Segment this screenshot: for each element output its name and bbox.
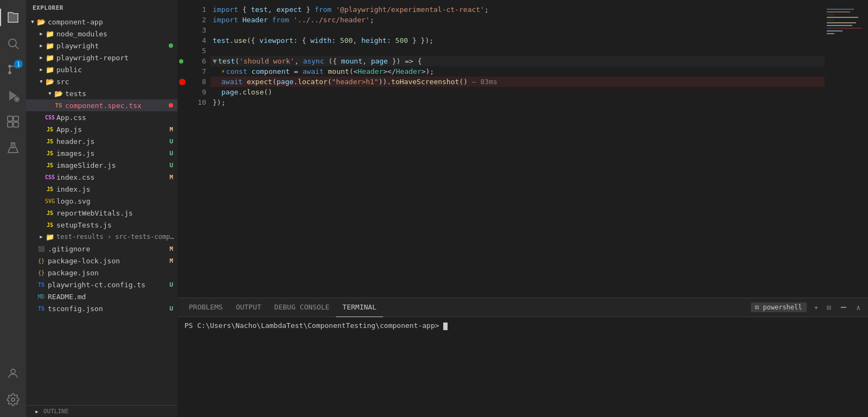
powershell-icon: ⊡ xyxy=(755,304,759,311)
tree-item-index-js[interactable]: JS index.js xyxy=(26,183,177,195)
tree-item-playwright[interactable]: 📁 playwright xyxy=(26,40,177,52)
setuptests-label: setupTests.js xyxy=(56,221,177,229)
playwright-config-badge: U xyxy=(169,281,173,288)
settings-icon[interactable] xyxy=(0,387,26,413)
line6-dot xyxy=(179,59,183,64)
code-line-4: test . use ({ viewport : { width : 500 ,… xyxy=(210,35,825,46)
tree-item-app-css[interactable]: CSS App.css xyxy=(26,111,177,123)
code-editor: 1 2 3 4 5 6 7 8 xyxy=(178,0,868,298)
chevron-tests xyxy=(46,89,54,98)
tree-item-tests[interactable]: 📂 tests xyxy=(26,87,177,99)
outline-section[interactable]: OUTLINE xyxy=(26,405,177,417)
code-line-9: page . close () xyxy=(210,87,825,97)
tree-item-package-json[interactable]: {} package.json xyxy=(26,267,177,279)
line-num-1: 1 xyxy=(178,4,210,15)
tree-item-node-modules[interactable]: 📁 node_modules xyxy=(26,28,177,40)
explorer-icon[interactable] xyxy=(0,4,26,30)
minimap-line xyxy=(827,20,834,21)
header-js-badge: U xyxy=(169,138,173,145)
tree-item-playwright-config[interactable]: TS playwright-ct.config.ts U xyxy=(26,279,177,290)
kill-terminal-button[interactable] xyxy=(837,302,851,312)
terminal-content[interactable]: PS C:\Users\Nacho\LambdaTest\ComponentTe… xyxy=(178,317,868,417)
code-line-2: import Header from '../../src/header' ; xyxy=(210,15,825,25)
tree-item-gitignore[interactable]: ⬛ .gitignore M xyxy=(26,243,177,255)
tree-item-readme[interactable]: MD README.md xyxy=(26,290,177,302)
public-label: public xyxy=(56,66,177,74)
playwright-folder-icon: 📁 xyxy=(46,41,54,50)
source-control-icon[interactable]: 1 xyxy=(0,56,26,83)
tab-debug-console[interactable]: DEBUG CONSOLE xyxy=(268,298,336,317)
minimap-line xyxy=(827,33,834,34)
accounts-icon[interactable] xyxy=(0,361,26,387)
code-line-10: }); xyxy=(210,97,825,108)
terminal-cursor xyxy=(443,323,448,330)
tree-item-tsconfig[interactable]: TS tsconfig.json U xyxy=(26,302,177,314)
playwright-config-label: playwright-ct.config.ts xyxy=(48,281,169,289)
app-css-label: App.css xyxy=(56,113,177,122)
tree-item-playwright-report[interactable]: 📁 playwright-report xyxy=(26,52,177,64)
playwright-status-dot xyxy=(169,43,173,48)
folder-icon: 📁 xyxy=(46,29,54,38)
chevron-playwright xyxy=(37,41,46,50)
code-line-5 xyxy=(210,46,825,56)
tree-item-setuptests[interactable]: JS setupTests.js xyxy=(26,219,177,231)
maximize-panel-button[interactable]: ∧ xyxy=(853,302,864,313)
tab-terminal[interactable]: TERMINAL xyxy=(336,298,383,317)
line8-breakpoint xyxy=(179,79,186,85)
tab-problems[interactable]: PROBLEMS xyxy=(182,298,229,317)
test-results-label: test-results › src-tests-component.spec.… xyxy=(56,233,177,241)
tree-item-component-spec[interactable]: TS component.spec.tsx xyxy=(26,99,177,111)
logo-svg-icon: SVG xyxy=(46,197,54,205)
extensions-icon[interactable] xyxy=(0,109,26,135)
svg-point-14 xyxy=(11,398,15,401)
testing-icon[interactable] xyxy=(0,135,26,161)
tree-item-app-js[interactable]: JS App.js M xyxy=(26,123,177,135)
tree-item-reportwebvitals[interactable]: JS reportWebVitals.js xyxy=(26,207,177,219)
tree-item-imageslider-js[interactable]: JS imageSlider.js U xyxy=(26,159,177,171)
images-js-label: images.js xyxy=(56,149,169,157)
images-js-icon: JS xyxy=(46,149,54,157)
line-num-10: 10 xyxy=(178,97,210,108)
tree-item-package-lock[interactable]: {} package-lock.json M xyxy=(26,255,177,267)
playwright-config-icon: TS xyxy=(37,280,46,289)
tree-item-images-js[interactable]: JS images.js U xyxy=(26,147,177,159)
minimap-line xyxy=(827,9,854,10)
split-terminal-button[interactable]: ⊟ xyxy=(824,302,834,313)
svg-rect-10 xyxy=(8,122,12,127)
tree-item-header-js[interactable]: JS header.js U xyxy=(26,135,177,147)
search-icon[interactable] xyxy=(0,30,26,56)
code-line-8: await expect ( page . locator ( "header>… xyxy=(210,77,825,87)
tests-label: tests xyxy=(65,90,177,98)
tab-debug-console-label: DEBUG CONSOLE xyxy=(275,303,330,311)
header-js-icon: JS xyxy=(46,137,54,146)
new-terminal-button[interactable]: + xyxy=(811,302,822,313)
powershell-text: powershell xyxy=(763,304,802,311)
playwright-report-folder-icon: 📁 xyxy=(46,53,54,62)
tree-item-test-results[interactable]: 📁 test-results › src-tests-component.spe… xyxy=(26,231,177,243)
chevron-node-modules xyxy=(37,29,46,38)
svg-rect-9 xyxy=(14,116,18,121)
line-num-9: 9 xyxy=(178,87,210,97)
tree-item-src[interactable]: 📂 src xyxy=(26,75,177,87)
images-js-badge: U xyxy=(169,150,173,157)
svg-point-13 xyxy=(11,369,15,374)
code-line-1: import { test , expect } from '@playwrig… xyxy=(210,4,825,15)
tab-output[interactable]: OUTPUT xyxy=(229,298,268,317)
minimap xyxy=(825,4,868,293)
svg-rect-8 xyxy=(8,116,12,121)
app-js-badge: M xyxy=(169,126,173,133)
terminal-actions: ⊡ powershell + ⊟ ∧ xyxy=(751,302,864,313)
chevron-component-app xyxy=(28,17,37,26)
chevron-test-results xyxy=(37,232,46,241)
tree-item-component-app[interactable]: 📂 component-app xyxy=(26,16,177,28)
node-modules-label: node_modules xyxy=(56,30,177,38)
run-debug-icon[interactable] xyxy=(0,83,26,109)
main-content: 1 2 3 4 5 6 7 8 xyxy=(178,0,868,417)
app-js-icon: JS xyxy=(46,125,54,134)
src-label: src xyxy=(56,78,177,86)
tree-item-logo-svg[interactable]: SVG logo.svg xyxy=(26,195,177,207)
tree-item-public[interactable]: 📁 public xyxy=(26,64,177,75)
index-css-label: index.css xyxy=(56,173,169,181)
component-app-label: component-app xyxy=(48,18,177,26)
tree-item-index-css[interactable]: CSS index.css M xyxy=(26,171,177,183)
